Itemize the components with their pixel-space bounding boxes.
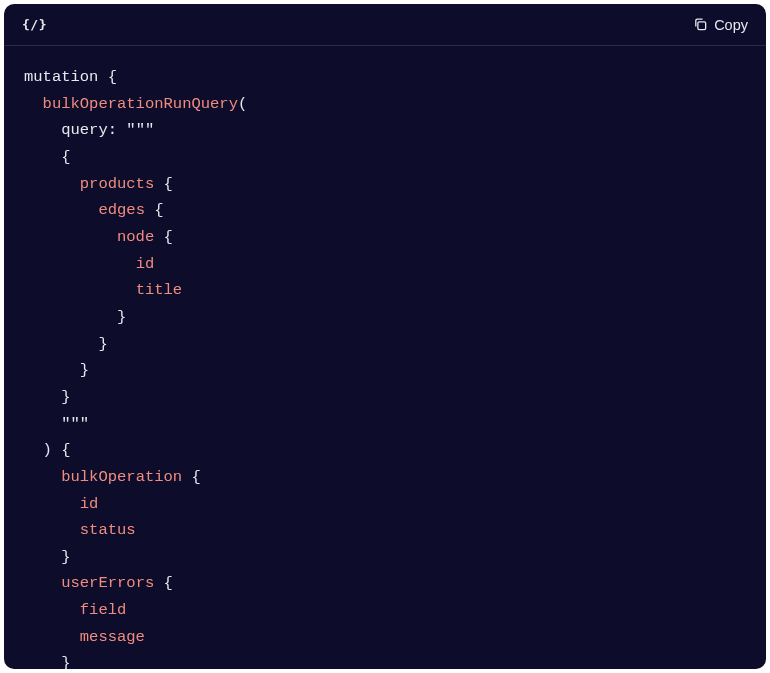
code-token: title	[136, 281, 183, 299]
code-token: products	[80, 175, 154, 193]
copy-button[interactable]: Copy	[693, 17, 748, 33]
code-token	[24, 95, 43, 113]
code-token: }	[24, 388, 71, 406]
code-token: }	[24, 361, 89, 379]
code-token: (	[238, 95, 247, 113]
code-token: {	[154, 175, 173, 193]
code-token: status	[80, 521, 136, 539]
code-token	[24, 201, 98, 219]
code-token: ) {	[24, 441, 71, 459]
code-token: query:	[24, 121, 126, 139]
code-token: mutation	[24, 68, 98, 86]
code-token: {	[24, 148, 71, 166]
code-token: }	[24, 308, 126, 326]
svg-rect-0	[698, 22, 706, 30]
code-token	[24, 628, 80, 646]
copy-icon	[693, 17, 708, 32]
code-token	[24, 228, 117, 246]
code-content: mutation { bulkOperationRunQuery( query:…	[4, 46, 766, 669]
code-token: node	[117, 228, 154, 246]
code-token: bulkOperation	[61, 468, 182, 486]
code-token: {	[154, 228, 173, 246]
code-token: {	[98, 68, 117, 86]
code-token: {	[145, 201, 164, 219]
code-token	[24, 521, 80, 539]
language-badge: {/}	[22, 17, 47, 32]
code-token	[24, 574, 61, 592]
code-token: userErrors	[61, 574, 154, 592]
code-token: edges	[98, 201, 145, 219]
code-token	[24, 175, 80, 193]
code-token: }	[24, 654, 71, 669]
code-token: {	[154, 574, 173, 592]
code-token: id	[80, 495, 99, 513]
code-token: }	[24, 335, 108, 353]
code-block: {/} Copy mutation { bulkOperationRunQuer…	[4, 4, 766, 669]
code-token	[24, 601, 80, 619]
code-token: """	[24, 415, 89, 433]
code-token: """	[126, 121, 154, 139]
code-token	[24, 495, 80, 513]
code-token	[24, 281, 136, 299]
code-token: id	[136, 255, 155, 273]
code-token: }	[24, 548, 71, 566]
code-token: bulkOperationRunQuery	[43, 95, 238, 113]
code-token: message	[80, 628, 145, 646]
code-token	[24, 468, 61, 486]
code-token: {	[182, 468, 201, 486]
code-token: field	[80, 601, 127, 619]
copy-label: Copy	[714, 17, 748, 33]
code-header: {/} Copy	[4, 4, 766, 46]
code-token	[24, 255, 136, 273]
